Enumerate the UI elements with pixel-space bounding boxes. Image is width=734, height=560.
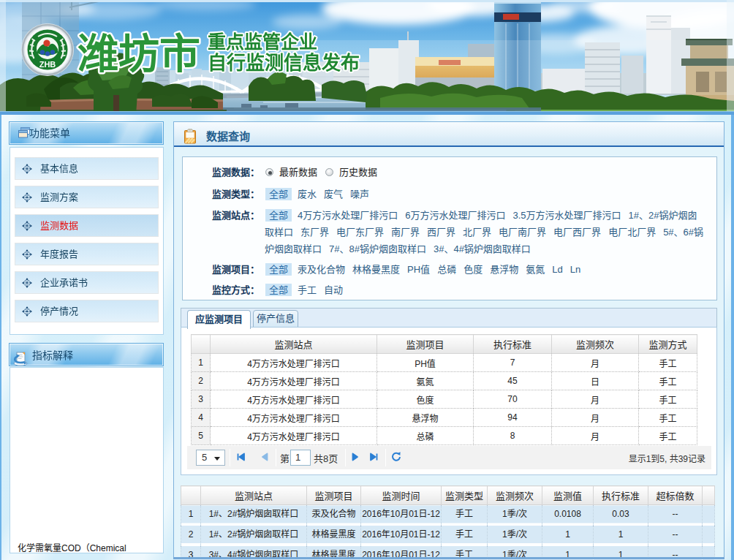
svg-text:潍坊市: 潍坊市: [77, 31, 200, 77]
svg-text:自行监测信息发布: 自行监测信息发布: [208, 52, 360, 74]
svg-text:重点监管企业: 重点监管企业: [208, 31, 317, 52]
svg-text:ZHB: ZHB: [39, 60, 56, 69]
